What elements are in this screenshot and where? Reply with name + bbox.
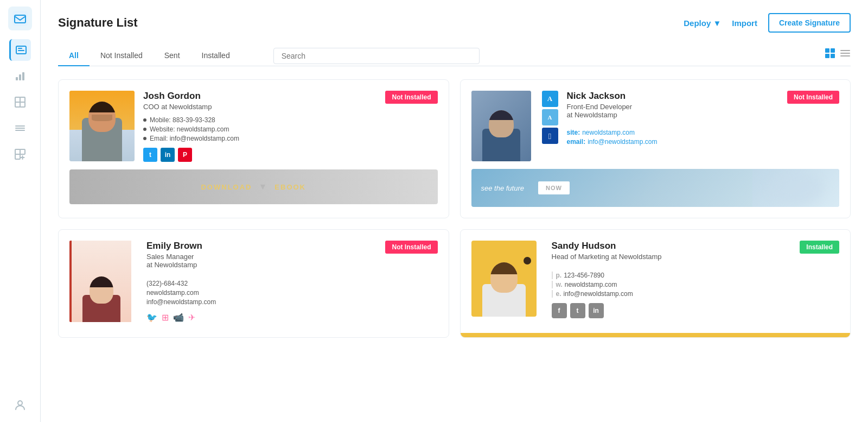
bottom-banner-sandy [461, 333, 851, 337]
card-inner: Josh Gordon COO at Newoldstamp Mobile: 8… [69, 91, 438, 162]
signatures-grid: Josh Gordon COO at Newoldstamp Mobile: 8… [58, 79, 851, 338]
sig-detail-phone-emily: (322)-684-432 [146, 280, 438, 287]
svg-rect-11 [20, 102, 25, 107]
sig-name-sandy: Sandy Hudson [552, 241, 840, 251]
import-button[interactable]: Import [732, 18, 757, 28]
sidebar [0, 0, 41, 422]
sandy-social-icons: f t in [552, 303, 840, 318]
svg-rect-7 [22, 72, 24, 80]
svg-point-20 [18, 401, 22, 405]
sig-detail-mobile-josh: Mobile: 883-39-93-328 [143, 116, 438, 124]
app-logo[interactable] [8, 7, 32, 30]
svg-rect-24 [831, 54, 835, 58]
sidebar-item-profile[interactable] [9, 394, 31, 415]
avatar-sandy [471, 241, 537, 317]
sig-detail-email-nick: email: info@newoldstamp.com [567, 138, 840, 146]
bullet-icon [143, 118, 146, 122]
twitter-icon-emily[interactable]: 🐦 [146, 312, 157, 323]
card-banner-nick: see the future NOW [471, 169, 840, 207]
sig-detail-email-emily: info@newoldstamp.com [146, 298, 438, 306]
sig-title-nick: Front-End Developerat Newoldstamp [567, 103, 840, 119]
banner-now-button[interactable]: NOW [538, 181, 570, 194]
sig-title-emily: Sales Managerat Newoldstamp [146, 253, 438, 269]
social-icons-josh: t in P [143, 148, 438, 162]
page-header: Signature List Deploy ▼ Import Create Si… [58, 13, 851, 33]
signature-card-nick: A A  Nick Jackson Front-End Developerat… [460, 79, 851, 218]
linkedin-icon-sandy[interactable]: in [589, 303, 604, 318]
sig-detail-website-sandy: w. newoldstamp.com [552, 281, 840, 288]
view-toggles [825, 48, 851, 64]
status-badge-sandy[interactable]: Installed [800, 241, 839, 254]
sig-detail-phone-sandy: p. 123-456-7890 [552, 272, 840, 279]
svg-rect-5 [16, 77, 18, 80]
sig-detail-email-sandy: e. info@newoldstamp.com [552, 290, 840, 298]
page-title: Signature List [58, 16, 138, 30]
sidebar-item-settings[interactable] [9, 117, 31, 139]
status-badge-josh[interactable]: Not Installed [385, 91, 437, 104]
avatar-josh [69, 91, 135, 161]
grid-view-toggle[interactable] [825, 48, 835, 61]
sig-detail-website-emily: newoldstamp.com [146, 289, 438, 297]
avatar-emily [72, 241, 131, 322]
emily-social-icons: 🐦 ⊞ 📹 ✈ [146, 312, 438, 323]
sidebar-item-signatures[interactable] [9, 39, 31, 61]
card-inner-nick: A A  Nick Jackson Front-End Developerat… [471, 91, 840, 161]
tab-sent[interactable]: Sent [154, 46, 191, 66]
svg-rect-17 [20, 149, 25, 154]
signature-card-emily: Emily Brown Sales Managerat Newoldstamp … [58, 229, 449, 338]
svg-rect-22 [831, 48, 835, 53]
list-view-toggle[interactable] [840, 48, 851, 61]
nick-font-icons: A A  [542, 91, 558, 144]
main-content: Signature List Deploy ▼ Import Create Si… [41, 0, 868, 422]
card-inner-sandy: Sandy Hudson Head of Marketing at Newold… [471, 241, 840, 318]
status-badge-emily[interactable]: Not Installed [385, 241, 437, 254]
font-icon-a1[interactable]: A [542, 91, 558, 107]
twitter-icon[interactable]: t [143, 148, 157, 162]
svg-rect-23 [825, 54, 829, 58]
svg-rect-10 [15, 102, 20, 107]
avatar-nick [471, 91, 531, 161]
header-actions: Deploy ▼ Import Create Signature [684, 13, 851, 33]
pinterest-icon[interactable]: P [178, 148, 192, 162]
facebook-icon-sandy[interactable]: f [552, 303, 567, 318]
twitter-icon-sandy[interactable]: t [570, 303, 585, 318]
deploy-button[interactable]: Deploy ▼ [684, 18, 721, 28]
tab-installed[interactable]: Installed [191, 46, 241, 66]
signature-card-josh: Josh Gordon COO at Newoldstamp Mobile: 8… [58, 79, 449, 218]
search-input[interactable] [282, 52, 471, 60]
sig-title-josh: COO at Newoldstamp [143, 103, 438, 111]
tabs-row: All Not Installed Sent Installed [58, 46, 851, 66]
font-icon-a2[interactable]: A [542, 109, 558, 125]
svg-rect-6 [19, 74, 21, 80]
font-icon-apple[interactable]:  [542, 128, 558, 144]
card-inner-emily: Emily Brown Sales Managerat Newoldstamp … [69, 241, 438, 323]
svg-rect-3 [18, 48, 22, 49]
card-banner-josh: DOWNLOAD ▼ EBOOK [69, 169, 438, 204]
tab-not-installed[interactable]: Not Installed [90, 46, 154, 66]
tab-all[interactable]: All [58, 46, 90, 66]
sig-info-sandy: Sandy Hudson Head of Marketing at Newold… [545, 241, 840, 318]
sig-detail-website-josh: Website: newoldstamp.com [143, 125, 438, 133]
svg-rect-4 [18, 50, 24, 51]
svg-rect-16 [15, 154, 20, 159]
youtube-icon-emily[interactable]: ⊞ [162, 312, 169, 323]
bullet-icon [143, 137, 146, 140]
svg-rect-9 [20, 97, 25, 102]
sidebar-item-widgets[interactable] [9, 143, 31, 165]
svg-rect-8 [15, 97, 20, 102]
video-icon-emily[interactable]: 📹 [173, 312, 184, 323]
sig-detail-site-nick: site: newoldstamp.com [567, 129, 840, 136]
status-badge-nick[interactable]: Not Installed [787, 91, 839, 104]
send-icon-emily[interactable]: ✈ [188, 312, 195, 323]
avatar-emily-wrapper [69, 241, 131, 322]
sidebar-item-analytics[interactable] [9, 65, 31, 87]
svg-rect-21 [825, 48, 829, 53]
arrow-icon: ▼ [258, 182, 268, 192]
sig-title-sandy: Head of Marketing at Newoldstamp [552, 253, 840, 261]
create-signature-button[interactable]: Create Signature [768, 13, 851, 33]
sig-detail-email-josh: Email: info@newoldstamp.com [143, 135, 438, 142]
sidebar-item-templates[interactable] [9, 91, 31, 113]
linkedin-icon[interactable]: in [161, 148, 175, 162]
signature-card-sandy: Sandy Hudson Head of Marketing at Newold… [460, 229, 851, 338]
search-wrapper [273, 48, 480, 64]
